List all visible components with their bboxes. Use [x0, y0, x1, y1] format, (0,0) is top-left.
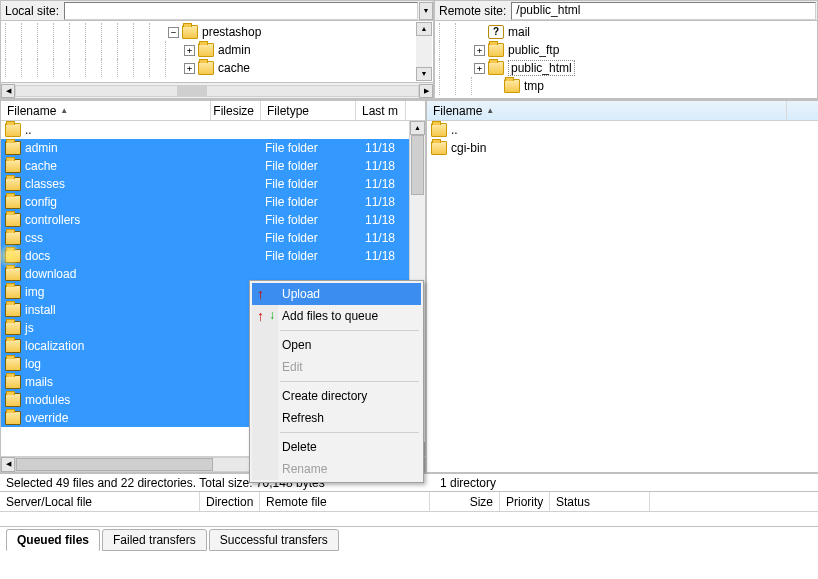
- tree-item-label: prestashop: [202, 25, 261, 39]
- column-header[interactable]: Filetype: [261, 101, 356, 120]
- context-menu-item[interactable]: Open: [252, 334, 421, 356]
- transfer-tab[interactable]: Successful transfers: [209, 529, 339, 551]
- file-name: css: [25, 231, 43, 245]
- folder-icon: [5, 141, 21, 155]
- remote-site-label: Remote site:: [435, 4, 510, 18]
- remote-status: 1 directory: [434, 473, 818, 491]
- file-row[interactable]: docsFile folder11/18: [1, 247, 425, 265]
- file-name: ..: [25, 123, 32, 137]
- file-row[interactable]: ..: [427, 121, 818, 139]
- transfer-tab[interactable]: Queued files: [6, 529, 100, 551]
- context-menu-label: Upload: [282, 287, 320, 301]
- column-header[interactable]: Filename▲: [427, 101, 787, 120]
- context-menu-label: Delete: [282, 440, 317, 454]
- folder-icon: [198, 43, 214, 57]
- file-name: cache: [25, 159, 57, 173]
- file-type: File folder: [265, 177, 365, 191]
- file-row[interactable]: adminFile folder11/18: [1, 139, 425, 157]
- file-type: File folder: [265, 141, 365, 155]
- file-name: classes: [25, 177, 65, 191]
- parent-folder-icon: [431, 123, 447, 137]
- local-site-path[interactable]: [64, 2, 418, 20]
- sort-arrow-icon: ▲: [486, 106, 494, 115]
- file-type: File folder: [265, 249, 365, 263]
- file-row[interactable]: classesFile folder11/18: [1, 175, 425, 193]
- tree-item[interactable]: +public_html: [435, 59, 817, 77]
- tree-expander[interactable]: +: [474, 45, 485, 56]
- tree-expander[interactable]: −: [168, 27, 179, 38]
- file-row[interactable]: cssFile folder11/18: [1, 229, 425, 247]
- column-header[interactable]: Last m: [356, 101, 406, 120]
- file-name: modules: [25, 393, 70, 407]
- folder-icon: [5, 177, 21, 191]
- context-menu-item[interactable]: Delete: [252, 436, 421, 458]
- remote-tree[interactable]: ?mail+public_ftp+public_htmltmp: [435, 21, 817, 98]
- folder-icon: [5, 303, 21, 317]
- folder-icon: [5, 249, 21, 263]
- file-name: config: [25, 195, 57, 209]
- column-header[interactable]: Filesize: [211, 101, 261, 120]
- local-site-dropdown[interactable]: ▼: [419, 2, 433, 20]
- file-row[interactable]: configFile folder11/18: [1, 193, 425, 211]
- tree-item[interactable]: +cache: [1, 59, 433, 77]
- folder-icon: [5, 213, 21, 227]
- file-name: mails: [25, 375, 53, 389]
- tree-item[interactable]: +public_ftp: [435, 41, 817, 59]
- queue-col-headers[interactable]: Server/Local fileDirectionRemote fileSiz…: [0, 492, 818, 512]
- tree-item[interactable]: tmp: [435, 77, 817, 95]
- file-name: install: [25, 303, 56, 317]
- context-menu-item[interactable]: Refresh: [252, 407, 421, 429]
- column-header[interactable]: Status: [550, 492, 650, 511]
- file-type: File folder: [265, 195, 365, 209]
- context-menu-label: Refresh: [282, 411, 324, 425]
- context-menu-item[interactable]: Create directory: [252, 385, 421, 407]
- local-col-headers[interactable]: Filename▲FilesizeFiletypeLast m: [1, 101, 425, 121]
- context-menu-item[interactable]: ↑Upload: [252, 283, 421, 305]
- tree-item-label: public_ftp: [508, 43, 559, 57]
- file-name: admin: [25, 141, 58, 155]
- file-type: File folder: [265, 159, 365, 173]
- context-menu-item: Rename: [252, 458, 421, 480]
- column-header[interactable]: Filename▲: [1, 101, 211, 120]
- remote-site-path[interactable]: /public_html: [511, 2, 816, 20]
- tree-item[interactable]: ?mail: [435, 23, 817, 41]
- tree-item[interactable]: −prestashop: [1, 23, 433, 41]
- column-header[interactable]: Priority: [500, 492, 550, 511]
- queue-panel: Server/Local fileDirectionRemote fileSiz…: [0, 491, 818, 526]
- folder-icon: [5, 231, 21, 245]
- folder-icon: [182, 25, 198, 39]
- file-row[interactable]: cgi-bin: [427, 139, 818, 157]
- local-site-panel: Local site: ▼ −prestashop+admin+cache ▲ …: [0, 0, 434, 99]
- column-header[interactable]: Remote file: [260, 492, 430, 511]
- file-row[interactable]: ..: [1, 121, 425, 139]
- tree-expander[interactable]: +: [184, 45, 195, 56]
- folder-icon: [5, 375, 21, 389]
- context-menu-label: Create directory: [282, 389, 367, 403]
- folder-icon: [5, 411, 21, 425]
- transfer-tab[interactable]: Failed transfers: [102, 529, 207, 551]
- column-header[interactable]: Direction: [200, 492, 260, 511]
- file-row[interactable]: controllersFile folder11/18: [1, 211, 425, 229]
- context-menu-label: Add files to queue: [282, 309, 378, 323]
- file-name: cgi-bin: [451, 141, 486, 155]
- local-tree[interactable]: −prestashop+admin+cache: [1, 21, 433, 82]
- tree-expander[interactable]: +: [474, 63, 485, 74]
- unknown-icon: ?: [488, 25, 504, 39]
- folder-icon: [5, 267, 21, 281]
- context-menu-item[interactable]: ↑↓Add files to queue: [252, 305, 421, 327]
- local-tree-hscroll[interactable]: ◀ ▶: [1, 82, 433, 98]
- file-row[interactable]: cacheFile folder11/18: [1, 157, 425, 175]
- file-name: img: [25, 285, 44, 299]
- column-header[interactable]: Size: [430, 492, 500, 511]
- folder-icon: [488, 43, 504, 57]
- tree-expander[interactable]: +: [184, 63, 195, 74]
- context-menu-item: Edit: [252, 356, 421, 378]
- context-menu: ↑Upload↑↓Add files to queueOpenEditCreat…: [249, 280, 424, 483]
- remote-col-headers[interactable]: Filename▲: [427, 101, 818, 121]
- column-header[interactable]: Server/Local file: [0, 492, 200, 511]
- parent-folder-icon: [5, 123, 21, 137]
- upload-icon: ↑: [257, 286, 273, 302]
- tree-item[interactable]: +admin: [1, 41, 433, 59]
- local-tree-vscroll[interactable]: ▲ ▼: [416, 22, 432, 81]
- remote-files[interactable]: ..cgi-bin: [427, 121, 818, 472]
